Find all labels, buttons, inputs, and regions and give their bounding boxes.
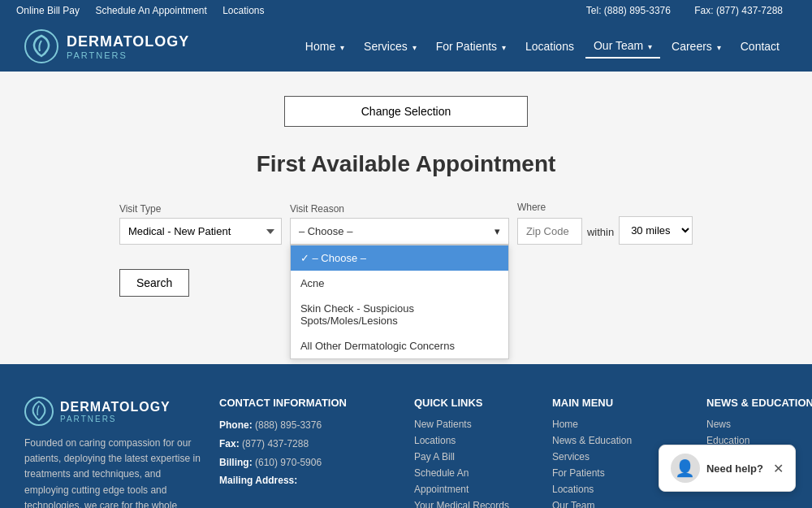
footer-main-menu-title: MAIN MENU	[552, 397, 690, 409]
appointment-form: Visit Type Medical - New Patient Visit R…	[119, 202, 693, 297]
footer-news-title: NEWS & EDUCATION	[706, 397, 812, 409]
footer-contact-title: CONTACT INFORMATION	[219, 397, 398, 409]
brand-name: DERMATOLOGY	[67, 33, 189, 50]
logo-text: DERMATOLOGY PARTNERS	[67, 33, 189, 60]
logo[interactable]: DERMATOLOGY PARTNERS	[24, 29, 189, 63]
locations-link[interactable]: Locations	[222, 5, 264, 16]
footer-mailing: Mailing Address:	[219, 474, 398, 488]
chat-close-button[interactable]: ✕	[773, 461, 784, 476]
header: DERMATOLOGY PARTNERS Home ▾ Services ▾ F…	[0, 21, 812, 72]
footer-logo: DERMATOLOGY PARTNERS	[24, 397, 203, 426]
page-title: First Available Appointment	[257, 151, 556, 177]
online-bill-pay-link[interactable]: Online Bill Pay	[16, 5, 80, 16]
within-label: within	[587, 226, 614, 245]
footer-quick-links-title: QUICK LINKS	[414, 397, 536, 409]
dropdown-item-acne[interactable]: Acne	[291, 271, 508, 296]
quick-link-records[interactable]: Your Medical Records	[414, 500, 536, 508]
zip-input[interactable]	[517, 218, 582, 245]
main-content: Change Selection First Available Appoint…	[0, 72, 812, 364]
dropdown-arrow: ▾	[495, 225, 500, 237]
nav-for-patients[interactable]: For Patients ▾	[428, 35, 514, 58]
visit-type-select[interactable]: Medical - New Patient	[119, 218, 282, 245]
quick-link-new-patients[interactable]: New Patients	[414, 419, 536, 430]
quick-link-locations[interactable]: Locations	[414, 435, 536, 446]
visit-reason-label: Visit Reason	[290, 203, 509, 215]
top-bar-contact: Tel: (888) 895-3376 Fax: (877) 437-7288	[586, 5, 796, 16]
phone-number: Tel: (888) 895-3376	[586, 5, 671, 16]
dropdown-item-other[interactable]: All Other Dermatologic Concerns	[291, 333, 508, 358]
nav-contact[interactable]: Contact	[732, 35, 788, 58]
footer-col-quick-links: QUICK LINKS New Patients Locations Pay A…	[414, 397, 536, 508]
chat-widget: 👤 Need help? ✕	[659, 445, 796, 492]
nav-services[interactable]: Services ▾	[356, 35, 425, 58]
nav-our-team[interactable]: Our Team ▾	[585, 34, 660, 59]
logo-icon	[24, 29, 58, 63]
footer-fax: Fax: (877) 437-7288	[219, 437, 398, 451]
footer-description: Founded on caring compassion for our pat…	[24, 436, 203, 508]
nav-home[interactable]: Home ▾	[297, 35, 352, 58]
visit-reason-trigger[interactable]: – Choose – ▾	[290, 218, 509, 245]
where-group: Where within 30 miles	[517, 202, 693, 245]
main-menu-our-team[interactable]: Our Team	[552, 500, 690, 508]
form-row: Visit Type Medical - New Patient Visit R…	[119, 202, 693, 245]
footer-logo-icon	[24, 397, 54, 426]
search-button[interactable]: Search	[119, 269, 189, 297]
footer-col-about: DERMATOLOGY PARTNERS Founded on caring c…	[24, 397, 203, 508]
footer-phone: Phone: (888) 895-3376	[219, 419, 398, 432]
quick-link-schedule[interactable]: Schedule An	[414, 467, 536, 479]
dropdown-item-choose[interactable]: – Choose –	[291, 245, 508, 271]
change-selection-button[interactable]: Change Selection	[284, 96, 528, 127]
where-label: Where	[517, 202, 693, 213]
footer-logo-text: DERMATOLOGY PARTNERS	[60, 400, 171, 423]
brand-sub: PARTNERS	[67, 50, 189, 60]
visit-type-group: Visit Type Medical - New Patient	[119, 203, 282, 245]
footer-billing: Billing: (610) 970-5906	[219, 456, 398, 470]
visit-reason-group: Visit Reason – Choose – ▾ – Choose – Acn…	[290, 203, 509, 245]
visit-reason-dropdown-menu: – Choose – Acne Skin Check - Suspicious …	[290, 245, 509, 359]
chat-text: Need help?	[706, 462, 763, 475]
top-bar: Online Bill Pay Schedule An Appointment …	[0, 0, 812, 21]
dropdown-item-skin-check[interactable]: Skin Check - Suspicious Spots/Moles/Lesi…	[291, 296, 508, 333]
footer-col-contact: CONTACT INFORMATION Phone: (888) 895-337…	[219, 397, 398, 508]
fax-number: Fax: (877) 437-7288	[694, 5, 783, 16]
visit-type-label: Visit Type	[119, 203, 282, 215]
news-link-news[interactable]: News	[706, 419, 812, 430]
miles-select[interactable]: 30 miles	[619, 216, 693, 245]
quick-link-appointment[interactable]: Appointment	[414, 484, 536, 495]
visit-reason-dropdown-container: – Choose – ▾ – Choose – Acne Skin Check …	[290, 218, 509, 245]
schedule-appointment-link[interactable]: Schedule An Appointment	[95, 5, 206, 16]
visit-reason-selected: – Choose –	[299, 225, 353, 237]
footer-brand-sub: PARTNERS	[60, 415, 171, 423]
main-nav: Home ▾ Services ▾ For Patients ▾ Locatio…	[297, 34, 788, 59]
quick-link-pay-bill[interactable]: Pay A Bill	[414, 451, 536, 462]
footer-brand-name: DERMATOLOGY	[60, 400, 171, 415]
chat-avatar: 👤	[671, 454, 700, 483]
zip-group: within 30 miles	[517, 216, 693, 245]
nav-locations[interactable]: Locations	[517, 35, 582, 58]
top-bar-links: Online Bill Pay Schedule An Appointment …	[16, 5, 278, 16]
nav-careers[interactable]: Careers ▾	[663, 35, 729, 58]
main-menu-home[interactable]: Home	[552, 419, 690, 430]
